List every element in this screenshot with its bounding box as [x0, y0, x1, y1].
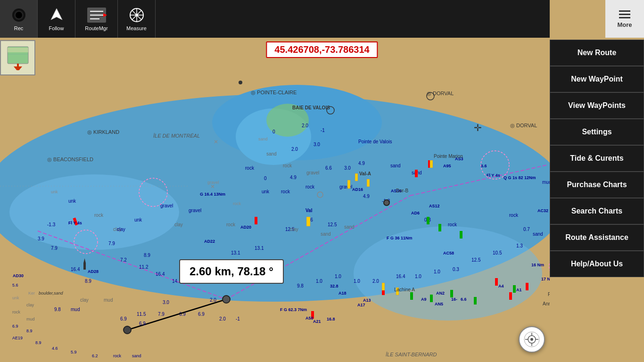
svg-text:3.9: 3.9 — [38, 236, 44, 241]
svg-text:16.4: 16.4 — [396, 274, 405, 279]
svg-text:✕: ✕ — [210, 183, 215, 190]
svg-rect-98 — [311, 311, 314, 319]
svg-text:sand: sand — [390, 163, 401, 168]
svg-text:A1: A1 — [516, 288, 522, 292]
compass-button[interactable] — [519, 326, 545, 353]
svg-text:ÎLE DE MONTRÉAL: ÎLE DE MONTRÉAL — [153, 133, 200, 139]
svg-text:✛: ✛ — [474, 123, 482, 133]
svg-point-23 — [354, 226, 542, 321]
svg-text:clay: clay — [290, 227, 298, 232]
routemgr-button[interactable]: RouteMgr — [75, 0, 118, 38]
svg-text:1.0: 1.0 — [434, 269, 440, 274]
route-assistance-button[interactable]: Route Assistance — [550, 224, 644, 251]
view-waypoints-button[interactable]: View WayPoints — [550, 92, 644, 119]
svg-text:Val-A: Val-A — [359, 171, 371, 176]
svg-text:6.9: 6.9 — [120, 316, 127, 321]
svg-rect-101 — [509, 292, 512, 300]
follow-button[interactable]: Follow — [38, 0, 75, 38]
svg-text:Val: Val — [305, 208, 313, 213]
right-panel: New RouteNew WayPointView WayPointsSetti… — [550, 0, 644, 362]
svg-text:-1: -1 — [236, 316, 240, 321]
svg-text:2.0: 2.0 — [210, 297, 216, 303]
svg-rect-105 — [410, 292, 413, 300]
measure-button[interactable]: Measure — [118, 0, 156, 38]
svg-text:8.9: 8.9 — [144, 253, 150, 258]
svg-text:gravel: gravel — [160, 203, 173, 208]
svg-text:A17: A17 — [357, 303, 365, 307]
svg-text:rock: rock — [281, 189, 290, 194]
toolbar: Rec Follow RouteMgr Measure — [0, 0, 550, 38]
svg-text:-1.3: -1.3 — [382, 198, 390, 204]
svg-text:8.9: 8.9 — [26, 329, 33, 333]
svg-text:4.9: 4.9 — [363, 194, 370, 199]
svg-text:16.8: 16.8 — [327, 317, 335, 321]
svg-text:-1.3: -1.3 — [47, 222, 56, 227]
svg-text:sand: sand — [533, 231, 543, 237]
svg-text:3.0: 3.0 — [344, 165, 351, 171]
svg-rect-112 — [347, 180, 350, 189]
svg-text:gravel: gravel — [339, 184, 352, 189]
svg-text:1.0: 1.0 — [415, 274, 421, 279]
svg-text:6.9: 6.9 — [139, 321, 146, 326]
tide-currents-button[interactable]: Tide & Curents — [550, 145, 644, 172]
svg-text:13.1: 13.1 — [231, 250, 240, 255]
svg-text:9.8: 9.8 — [297, 283, 304, 288]
svg-rect-100 — [526, 283, 528, 290]
svg-rect-97 — [382, 288, 385, 295]
svg-text:0: 0 — [264, 176, 267, 181]
download-button[interactable] — [0, 40, 35, 75]
svg-text:AE19: AE19 — [12, 336, 23, 340]
svg-text:rock: rock — [12, 310, 21, 314]
new-waypoint-button[interactable]: New WayPoint — [550, 66, 644, 92]
svg-text:7.9: 7.9 — [51, 246, 58, 251]
svg-text:mud: mud — [26, 317, 35, 321]
svg-text:32.8: 32.8 — [330, 284, 339, 288]
svg-text:rock: rock — [283, 163, 292, 168]
svg-text:rock: rock — [448, 222, 457, 227]
svg-text:mud: mud — [542, 180, 550, 185]
svg-text:clay: clay — [117, 227, 125, 232]
svg-text:Lachine A: Lachine A — [394, 287, 415, 292]
purchase-charts-button[interactable]: Purchase Charts — [550, 172, 644, 198]
svg-rect-99 — [495, 278, 498, 286]
svg-text:1.0: 1.0 — [335, 274, 341, 279]
svg-text:AD16: AD16 — [352, 187, 363, 192]
svg-rect-102 — [427, 217, 429, 224]
svg-text:16-: 16- — [451, 297, 457, 302]
svg-text:clay: clay — [80, 297, 89, 303]
svg-point-208 — [124, 326, 131, 334]
svg-line-25 — [226, 196, 410, 299]
svg-text:1.0: 1.0 — [354, 279, 360, 284]
svg-text:11.5: 11.5 — [137, 312, 146, 317]
svg-rect-94 — [255, 217, 257, 224]
svg-text:AN2: AN2 — [436, 291, 445, 296]
svg-text:sand: sand — [132, 354, 141, 358]
svg-rect-93 — [73, 217, 78, 225]
new-route-button[interactable]: New Route — [550, 40, 644, 66]
svg-point-210 — [384, 200, 389, 206]
svg-text:AC32: AC32 — [537, 208, 548, 213]
svg-text:5.6: 5.6 — [12, 283, 18, 288]
svg-text:7.9: 7.9 — [158, 312, 165, 317]
routemgr-label: RouteMgr — [85, 25, 107, 31]
svg-point-214 — [481, 151, 509, 179]
search-charts-button[interactable]: Search Charts — [550, 198, 644, 224]
svg-text:8.9: 8.9 — [35, 340, 41, 345]
svg-text:unk: unk — [68, 198, 76, 204]
svg-text:-1: -1 — [321, 128, 325, 133]
svg-text:sand: sand — [344, 224, 355, 230]
svg-text:0: 0 — [272, 129, 275, 134]
svg-point-2 — [16, 12, 22, 18]
svg-rect-107 — [450, 290, 453, 297]
svg-text:6.6: 6.6 — [325, 165, 332, 171]
help-about-button[interactable]: Help/About Us — [550, 251, 644, 277]
svg-rect-106 — [430, 295, 433, 302]
rec-button[interactable]: Rec — [0, 0, 38, 38]
svg-text:Fl Y 4s: Fl Y 4s — [68, 221, 82, 225]
svg-text:rock: rock — [509, 213, 519, 218]
svg-point-224 — [317, 192, 323, 197]
svg-text:6.9: 6.9 — [198, 312, 205, 317]
svg-text:2.0: 2.0 — [291, 147, 298, 152]
svg-text:4.6: 4.6 — [52, 346, 58, 351]
settings-button[interactable]: Settings — [550, 119, 644, 145]
